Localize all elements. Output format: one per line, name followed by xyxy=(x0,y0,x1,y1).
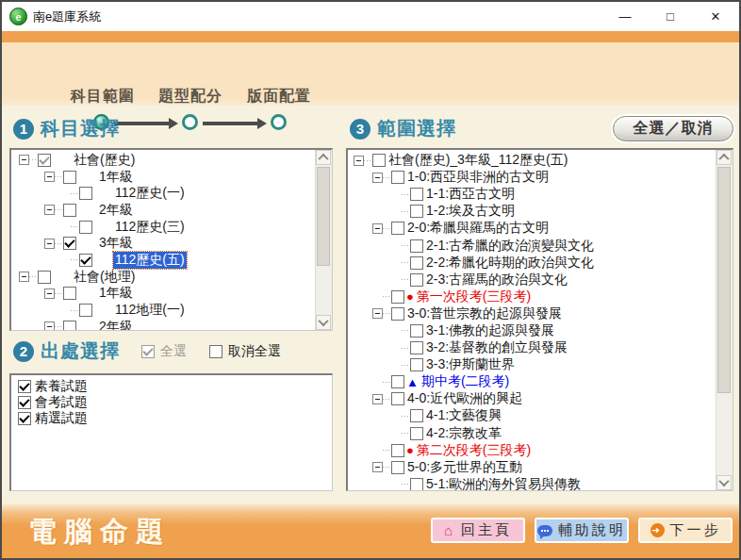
tree-node-label[interactable]: 1年級 xyxy=(97,169,135,186)
source-list-item[interactable]: 精選試題 xyxy=(13,410,330,426)
tree-expander-icon[interactable] xyxy=(372,223,383,234)
tree-node-label[interactable]: 社會(地理) xyxy=(72,269,137,286)
tree-node-label[interactable]: 社會(歷史)_3年級_112歷史(五) xyxy=(387,152,569,169)
tree-expander-icon[interactable] xyxy=(44,205,55,215)
home-button[interactable]: ⌂ 回主頁 xyxy=(431,518,525,543)
tree-node-label[interactable]: 5-1:歐洲的海外貿易與傳教 xyxy=(424,476,583,491)
scroll-up-icon[interactable] xyxy=(316,150,331,165)
tree-checkbox[interactable] xyxy=(410,358,423,371)
tree-checkbox[interactable] xyxy=(391,375,404,388)
tree-checkbox[interactable] xyxy=(391,392,404,405)
tree-expander-icon[interactable] xyxy=(372,173,383,183)
source-item-checkbox[interactable] xyxy=(18,396,31,409)
tree-node-label[interactable]: 1-2:埃及古文明 xyxy=(424,203,517,220)
tree-node-label[interactable]: 2-1:古希臘的政治演變與文化 xyxy=(424,238,596,255)
tree-checkbox[interactable] xyxy=(79,304,92,317)
tree-node-label[interactable]: 2年級 xyxy=(97,319,135,331)
tree-checkbox[interactable] xyxy=(391,461,404,474)
tree-checkbox[interactable] xyxy=(79,221,92,234)
tree-expander-icon[interactable] xyxy=(44,239,55,249)
tree-checkbox[interactable] xyxy=(410,188,423,201)
tree-node-label[interactable]: 5-0:多元世界的互動 xyxy=(405,459,524,476)
minimize-button[interactable]: — xyxy=(615,10,635,23)
tree-checkbox[interactable] xyxy=(410,205,423,218)
tree-checkbox[interactable] xyxy=(410,427,423,440)
tree-checkbox[interactable] xyxy=(63,204,76,217)
tree-checkbox[interactable] xyxy=(38,154,51,167)
tree-node-label[interactable]: 112歷史(五) xyxy=(113,252,187,269)
help-button[interactable]: 輔助說明 xyxy=(535,518,629,543)
tree-checkbox[interactable] xyxy=(372,154,386,167)
subject-tree-scrollbar[interactable] xyxy=(315,150,332,330)
tree-expander-icon[interactable] xyxy=(19,155,29,165)
tree-checkbox[interactable] xyxy=(391,171,404,184)
tree-node-label[interactable]: 2年級 xyxy=(97,202,135,219)
scroll-down-icon[interactable] xyxy=(316,315,331,330)
tree-node-label[interactable]: 期中考(二段考) xyxy=(420,373,511,390)
tree-expander-icon[interactable] xyxy=(44,172,55,182)
tree-checkbox[interactable] xyxy=(391,307,404,321)
scroll-down-icon[interactable] xyxy=(716,475,732,490)
tree-checkbox[interactable] xyxy=(63,321,76,331)
tree-node-label[interactable]: 112地理(一) xyxy=(113,302,187,319)
scope-tree-scrollbar[interactable] xyxy=(716,150,733,490)
tree-checkbox[interactable] xyxy=(79,254,92,267)
tree-expander-icon[interactable] xyxy=(354,156,364,166)
scrollbar-thumb[interactable] xyxy=(317,167,330,266)
scope-tree: 社會(歷史)_3年級_112歷史(五)1-0:西亞與非洲的古文明1-1:西亞古文… xyxy=(350,152,716,490)
tree-node-label[interactable]: 3年級 xyxy=(97,235,135,252)
tree-checkbox[interactable] xyxy=(410,324,423,338)
tree-checkbox[interactable] xyxy=(391,444,404,457)
tree-checkbox[interactable] xyxy=(79,187,92,200)
source-list-item[interactable]: 會考試題 xyxy=(13,394,330,410)
tree-node-label[interactable]: 社會(歷史) xyxy=(72,152,137,169)
tree-node-label[interactable]: 1-1:西亞古文明 xyxy=(424,186,517,203)
tree-expander-icon[interactable] xyxy=(44,288,55,299)
tree-checkbox[interactable] xyxy=(63,171,76,184)
deselect-all-checkbox[interactable] xyxy=(209,345,222,358)
tree-checkbox[interactable] xyxy=(410,341,423,354)
tree-node-label[interactable]: 112歷史(一) xyxy=(113,185,187,202)
tree-expander-icon[interactable] xyxy=(372,462,383,472)
next-step-button[interactable]: ➜ 下一步 xyxy=(638,518,733,543)
source-item-checkbox[interactable] xyxy=(18,380,31,393)
select-all-checkbox[interactable] xyxy=(141,345,155,358)
tree-checkbox[interactable] xyxy=(410,273,423,287)
tree-node-label[interactable]: 4-1:文藝復興 xyxy=(424,407,503,424)
tree-node-label[interactable]: 2-2:希臘化時期的政治與文化 xyxy=(424,255,596,272)
tree-expander-icon[interactable] xyxy=(44,321,55,331)
tree-node-label[interactable]: 4-0:近代歐洲的興起 xyxy=(405,390,524,407)
tree-checkbox[interactable] xyxy=(410,478,423,491)
scope-section-header: 3 範圍選擇 xyxy=(350,116,456,141)
scrollbar-thumb[interactable] xyxy=(717,167,731,393)
tree-checkbox[interactable] xyxy=(410,409,423,422)
tree-node-label[interactable]: 1年級 xyxy=(97,285,135,302)
tree-node-label[interactable]: 第二次段考(三段考) xyxy=(415,442,533,459)
tree-checkbox[interactable] xyxy=(410,239,423,253)
source-list-item[interactable]: 素養試題 xyxy=(13,378,330,394)
tree-node-label[interactable]: 3-0:普世宗教的起源與發展 xyxy=(405,305,564,322)
tree-node-label[interactable]: 2-0:希臘與羅馬的古文明 xyxy=(405,220,551,237)
source-item-checkbox[interactable] xyxy=(18,412,31,425)
tree-node-label[interactable]: 3-1:佛教的起源與發展 xyxy=(424,322,556,339)
select-all-toggle-button[interactable]: 全選／取消 xyxy=(613,116,733,141)
tree-checkbox[interactable] xyxy=(391,290,404,304)
close-button[interactable]: ✕ xyxy=(705,10,726,23)
scroll-up-icon[interactable] xyxy=(716,150,732,165)
tree-checkbox[interactable] xyxy=(391,222,404,235)
tree-expander-icon[interactable] xyxy=(372,394,383,404)
tree-checkbox[interactable] xyxy=(38,271,51,284)
tree-node-label[interactable]: 第一次段考(三段考) xyxy=(415,288,533,305)
tree-checkbox[interactable] xyxy=(410,256,423,270)
tree-node-label[interactable]: 112歷史(三) xyxy=(113,219,187,236)
tree-checkbox[interactable] xyxy=(63,237,76,250)
tree-expander-icon[interactable] xyxy=(19,272,29,282)
tree-checkbox[interactable] xyxy=(63,287,76,300)
tree-expander-icon[interactable] xyxy=(372,308,383,319)
tree-node-label[interactable]: 1-0:西亞與非洲的古文明 xyxy=(405,169,551,186)
tree-node-label[interactable]: 3-3:伊斯蘭世界 xyxy=(424,356,517,373)
tree-node-label[interactable]: 2-3:古羅馬的政治與文化 xyxy=(424,272,569,288)
tree-node-label[interactable]: 3-2:基督教的創立與發展 xyxy=(424,339,569,356)
maximize-button[interactable]: □ xyxy=(660,10,681,23)
tree-node-label[interactable]: 4-2:宗教改革 xyxy=(424,425,503,442)
